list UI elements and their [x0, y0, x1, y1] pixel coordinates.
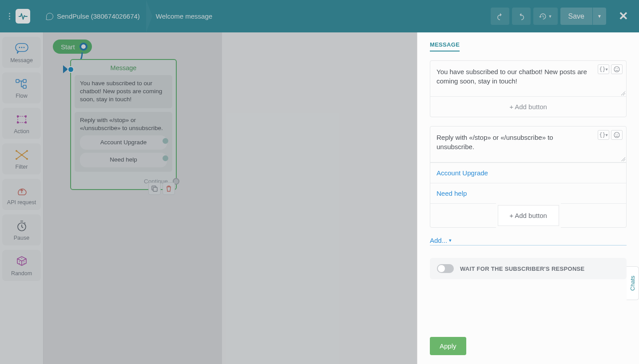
tool-message[interactable]: Message [2, 37, 41, 68]
message-block-1: You have subscribed to our chatbot! New … [75, 75, 172, 108]
tool-api-request[interactable]: API request [2, 179, 41, 210]
undo-icon [496, 12, 504, 20]
variable-button-1[interactable]: {} ▼ [598, 64, 609, 74]
svg-point-26 [617, 68, 618, 69]
breadcrumb: SendPulse (380674026674) Welcome message [38, 0, 220, 32]
svg-rect-5 [23, 79, 26, 83]
emoji-button-1[interactable] [611, 64, 623, 74]
svg-point-18 [19, 263, 20, 264]
tool-random[interactable]: Random [2, 250, 41, 281]
random-icon [14, 255, 29, 268]
svg-point-3 [23, 47, 24, 48]
svg-rect-10 [25, 122, 27, 123]
emoji-icon [614, 66, 620, 72]
tool-pause[interactable]: Pause [2, 214, 41, 245]
message-group-1: {} ▼ + Add button [430, 60, 627, 117]
save-caret[interactable]: ▼ [593, 8, 606, 25]
svg-rect-8 [25, 115, 27, 117]
panel-title: MESSAGE [430, 41, 460, 51]
resize-handle-1[interactable] [621, 91, 625, 95]
apply-button[interactable]: Apply [430, 337, 466, 355]
node-button-2[interactable]: Need help [80, 153, 167, 167]
tool-filter-label: Filter [16, 164, 28, 170]
chevron-down-icon: ▼ [548, 14, 552, 19]
tool-random-label: Random [11, 270, 32, 277]
textarea-tools-1: {} ▼ [598, 64, 623, 74]
svg-rect-4 [16, 79, 19, 83]
svg-point-19 [24, 261, 24, 262]
node-input-port[interactable] [67, 66, 74, 73]
node-button-1-label: Account Upgrade [100, 139, 147, 146]
variable-button-2[interactable]: {} ▼ [598, 130, 609, 140]
svg-point-20 [24, 263, 24, 264]
chevron-down-icon: ▼ [606, 67, 608, 71]
history-icon [539, 12, 547, 20]
history-button[interactable]: ▼ [533, 8, 558, 25]
textarea-tools-2: {} ▼ [598, 130, 623, 140]
add-button-2[interactable]: + Add button [498, 205, 559, 226]
save-button[interactable]: Save [560, 8, 592, 25]
chats-tab[interactable]: Chats [627, 266, 639, 300]
svg-rect-7 [17, 115, 19, 117]
chevron-down-icon: ▼ [606, 133, 608, 137]
message-textarea-2[interactable] [430, 127, 626, 160]
whatsapp-icon [46, 13, 53, 20]
undo-button[interactable] [491, 8, 509, 25]
textarea-wrap-2: {} ▼ [430, 127, 626, 162]
delete-node-button[interactable] [163, 182, 175, 195]
message-block-2: Reply with «/stop» or «/unsubscribe» to … [75, 112, 172, 172]
tool-sidebar: Message Flow Action Filter API request P… [0, 32, 44, 364]
node-button-1-port[interactable] [163, 138, 168, 144]
node-button-1[interactable]: Account Upgrade [80, 135, 167, 150]
breadcrumb-bot[interactable]: SendPulse (380674026674) [38, 0, 148, 32]
svg-point-25 [615, 68, 616, 69]
tool-flow[interactable]: Flow [2, 72, 41, 103]
svg-point-17 [19, 261, 20, 262]
svg-rect-6 [23, 85, 26, 88]
tool-pause-label: Pause [14, 235, 29, 241]
emoji-button-2[interactable] [611, 130, 623, 140]
message-textarea-1[interactable] [430, 61, 626, 95]
breadcrumb-flow[interactable]: Welcome message [148, 0, 220, 32]
message-node[interactable]: Message You have subscribed to our chatb… [70, 59, 177, 190]
redo-button[interactable] [512, 8, 531, 25]
tool-api-label: API request [7, 199, 36, 206]
close-button[interactable]: ✕ [615, 8, 632, 25]
add-button-1[interactable]: + Add button [430, 97, 626, 117]
trash-icon [166, 186, 172, 192]
svg-rect-23 [153, 187, 157, 191]
tool-action-label: Action [14, 128, 29, 135]
tool-action[interactable]: Action [2, 108, 41, 139]
svg-point-11 [16, 150, 17, 152]
panel-button-link-1[interactable]: Account Upgrade [430, 162, 626, 183]
filter-icon [14, 149, 29, 161]
message-block-1-text: You have subscribed to our chatbot! New … [80, 79, 167, 104]
wait-response-toggle[interactable] [437, 264, 454, 273]
svg-point-27 [614, 132, 619, 138]
textarea-wrap-1: {} ▼ [430, 61, 626, 97]
start-node[interactable]: Start [53, 40, 92, 54]
svg-point-15 [26, 158, 28, 160]
tool-filter[interactable]: Filter [2, 143, 41, 174]
resize-handle-2[interactable] [621, 157, 625, 161]
menu-dots-icon[interactable] [7, 9, 12, 23]
tool-flow-label: Flow [16, 93, 27, 99]
svg-point-13 [21, 154, 23, 156]
node-button-2-label: Need help [110, 156, 137, 163]
panel-button-link-2[interactable]: Need help [430, 183, 626, 203]
flow-canvas[interactable]: Start Message You have subscribed to our… [44, 32, 417, 364]
action-icon [14, 113, 29, 126]
svg-point-1 [19, 47, 20, 48]
app-logo[interactable] [16, 9, 30, 24]
add-element-dropdown[interactable]: Add... [430, 237, 627, 245]
message-panel: MESSAGE {} ▼ + Add button {} ▼ [417, 32, 639, 364]
emoji-icon [614, 132, 620, 138]
start-node-port[interactable] [79, 43, 87, 51]
wait-response-label: WAIT FOR THE SUBSCRIBER'S RESPONSE [460, 265, 585, 272]
top-bar: SendPulse (380674026674) Welcome message… [0, 0, 639, 32]
message-group-2: {} ▼ Account Upgrade Need help + Add but… [430, 126, 627, 228]
duplicate-node-button[interactable] [148, 182, 161, 195]
node-button-2-port[interactable] [163, 155, 168, 161]
svg-point-2 [21, 47, 22, 48]
tool-message-label: Message [10, 57, 33, 63]
